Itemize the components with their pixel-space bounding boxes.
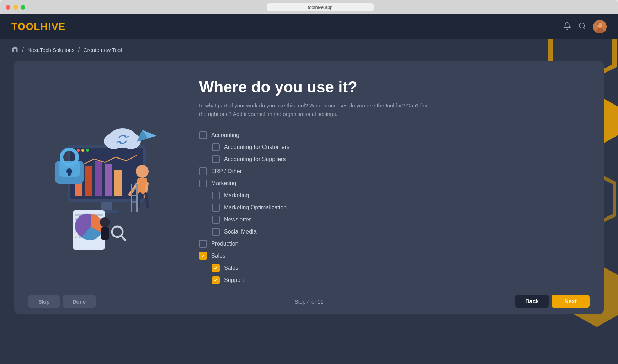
illustration: ✓ ✓: [32, 109, 174, 251]
list-item: Marketing: [199, 190, 590, 201]
avatar[interactable]: [593, 20, 607, 33]
search-icon[interactable]: [578, 22, 586, 32]
svg-point-18: [81, 149, 84, 152]
checkbox-production[interactable]: [199, 240, 207, 248]
checkbox-newsletter[interactable]: [212, 216, 220, 224]
svg-rect-55: [101, 227, 109, 240]
svg-rect-14: [95, 161, 102, 196]
svg-point-19: [86, 149, 89, 152]
checkbox-accounting[interactable]: [199, 131, 207, 139]
logo: TOOLH!VE: [11, 21, 65, 32]
svg-text:✓: ✓: [74, 235, 78, 240]
list-item: Accounting for Customers: [199, 142, 590, 152]
list-item: Marketing: [199, 178, 590, 189]
svg-point-4: [579, 23, 585, 28]
next-button[interactable]: Next: [552, 295, 590, 308]
label-social-media: Social Media: [224, 229, 257, 235]
label-newsletter: Newsletter: [224, 216, 251, 223]
step-indicator: Step 4 of 11: [295, 299, 324, 305]
label-sales: Sales: [211, 253, 225, 259]
done-button[interactable]: Done: [63, 295, 96, 308]
content-area: ✓ ✓ Where do you use it? In what part: [14, 61, 604, 314]
list-item: Marketing Optimalization: [199, 202, 590, 213]
label-erp: ERP / Other: [211, 168, 242, 175]
header-icons: [563, 20, 607, 33]
breadcrumb-sep-1: /: [22, 46, 24, 54]
svg-rect-13: [85, 166, 92, 196]
checkbox-marketing-general[interactable]: [212, 192, 220, 199]
form-subtitle: In what part of your work do you use thi…: [199, 101, 434, 118]
svg-rect-15: [105, 164, 112, 196]
header: TOOLH!VE: [0, 14, 618, 39]
checkbox-support[interactable]: [212, 276, 220, 284]
checkbox-sales[interactable]: [199, 252, 207, 260]
app-container: TOOLH!VE: [0, 14, 618, 364]
breadcrumb-company[interactable]: NexaTech Solutions: [27, 47, 75, 53]
breadcrumb: / NexaTech Solutions / Create new Tool: [0, 39, 618, 61]
label-production: Production: [211, 241, 239, 247]
bottom-left: Skip Done: [28, 295, 96, 308]
checkbox-sales-general[interactable]: [212, 264, 220, 272]
checkbox-marketing[interactable]: [199, 180, 207, 187]
form-title: Where do you use it?: [199, 79, 590, 96]
close-button[interactable]: [6, 5, 10, 10]
list-item: ERP / Other: [199, 166, 590, 177]
list-item: Sales: [199, 263, 590, 273]
svg-line-5: [584, 27, 585, 29]
label-marketing-optimization: Marketing Optimalization: [224, 204, 287, 211]
label-accounting: Accounting: [211, 132, 239, 138]
illustration-side: ✓ ✓: [28, 75, 178, 285]
list-item: Newsletter: [199, 214, 590, 225]
svg-point-17: [77, 149, 80, 152]
svg-line-37: [146, 194, 148, 207]
svg-line-57: [121, 235, 125, 240]
breadcrumb-current: Create new Tool: [84, 47, 122, 53]
url-bar: toolhive.app: [267, 3, 374, 11]
label-sales-general: Sales: [224, 265, 238, 271]
label-marketing: Marketing: [211, 180, 236, 187]
checkbox-social-media[interactable]: [212, 228, 220, 236]
label-marketing-general: Marketing: [224, 192, 249, 199]
form-side: Where do you use it? In what part of you…: [199, 75, 590, 285]
list-item: Accounting for Suppliers: [199, 154, 590, 165]
label-accounting-suppliers: Accounting for Suppliers: [224, 156, 286, 162]
list-item: Social Media: [199, 226, 590, 237]
label-support: Support: [224, 277, 244, 283]
back-button[interactable]: Back: [515, 295, 549, 308]
label-accounting-customers: Accounting for Customers: [224, 144, 289, 150]
svg-rect-20: [101, 202, 112, 210]
skip-button[interactable]: Skip: [28, 295, 60, 308]
svg-rect-16: [114, 170, 122, 196]
list-item: Support: [199, 275, 590, 285]
svg-point-32: [136, 165, 149, 178]
breadcrumb-sep-2: /: [78, 46, 80, 54]
checkbox-marketing-optimization[interactable]: [212, 204, 220, 212]
minimize-button[interactable]: [13, 5, 18, 10]
window-chrome: toolhive.app: [0, 0, 618, 14]
bottom-right: Back Next: [515, 295, 590, 308]
checkbox-accounting-suppliers[interactable]: [212, 155, 220, 163]
checkbox-erp[interactable]: [199, 167, 207, 175]
checkbox-tree: Accounting Accounting for Customers Acco…: [199, 130, 590, 285]
list-item: Sales: [199, 251, 590, 261]
list-item: Production: [199, 239, 590, 249]
list-item: Accounting: [199, 130, 590, 140]
home-icon[interactable]: [11, 46, 18, 54]
svg-rect-26: [68, 171, 71, 176]
bottom-bar: Skip Done Step 4 of 11 Back Next: [28, 289, 590, 314]
checkbox-accounting-customers[interactable]: [212, 143, 220, 151]
maximize-button[interactable]: [21, 5, 25, 10]
svg-point-54: [100, 217, 110, 227]
bell-icon[interactable]: [563, 22, 571, 32]
